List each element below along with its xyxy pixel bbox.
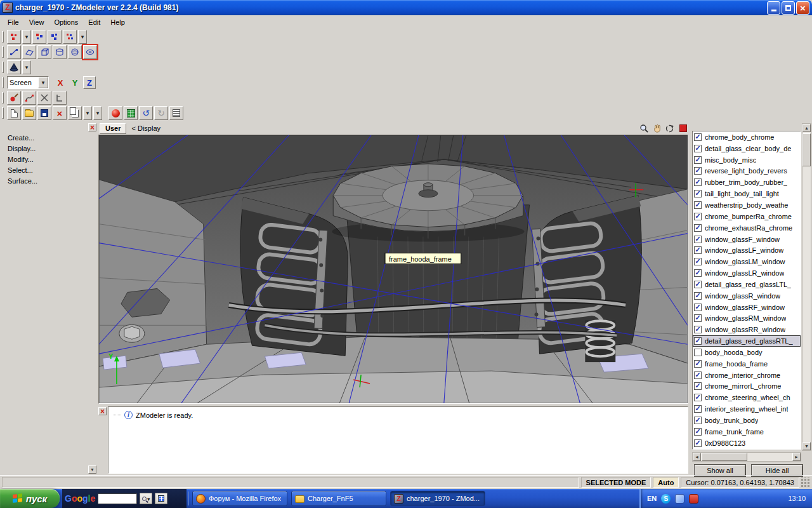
menu-item-edit[interactable]: Edit: [83, 17, 105, 27]
viewport-tab-user[interactable]: User: [100, 123, 126, 134]
material-row[interactable]: 0xD988C123: [693, 438, 801, 449]
material-row[interactable]: detail_glass_red_glassRTL_: [693, 335, 801, 347]
viewport-breadcrumb[interactable]: < Display: [129, 124, 160, 132]
scroll-down-button[interactable]: [802, 442, 811, 450]
material-row[interactable]: detail_glass_red_glassLTL_: [693, 279, 801, 290]
material-row[interactable]: window_glassR_window: [693, 290, 801, 302]
material-checkbox[interactable]: [694, 145, 702, 152]
material-row[interactable]: window_glassF_window: [693, 234, 801, 245]
vscroll-thumb[interactable]: [802, 133, 811, 166]
curve-tool-button[interactable]: [22, 91, 36, 105]
create-cone-button[interactable]: [7, 60, 21, 74]
menu-item-view[interactable]: View: [24, 17, 49, 27]
toolbar-grip[interactable]: [2, 62, 4, 73]
material-row[interactable]: detail_glass_clear_body_de: [693, 143, 801, 154]
material-row[interactable]: misc_body_misc: [693, 154, 801, 166]
open-file-button[interactable]: [22, 106, 36, 120]
material-checkbox[interactable]: [694, 269, 702, 277]
material-row[interactable]: window_glassLR_window: [693, 267, 801, 279]
material-checkbox[interactable]: [694, 167, 702, 175]
maximize-button[interactable]: [782, 1, 795, 15]
material-checkbox[interactable]: [694, 292, 702, 300]
create-box-button[interactable]: [37, 45, 51, 59]
combo-dropdown-icon[interactable]: [38, 77, 48, 88]
material-checkbox[interactable]: [694, 224, 702, 232]
create-cylinder-button[interactable]: [53, 45, 67, 59]
paint-tool-button[interactable]: [7, 91, 21, 105]
command-select[interactable]: Select...: [0, 164, 85, 175]
menu-item-help[interactable]: Help: [105, 17, 130, 27]
material-row[interactable]: interior_steering_wheel_int: [693, 403, 801, 415]
select-objects-button[interactable]: [7, 30, 21, 44]
material-row[interactable]: chrome_body_chrome: [693, 131, 801, 143]
scroll-left-button[interactable]: [693, 453, 701, 461]
messenger-icon[interactable]: [675, 494, 684, 504]
material-checkbox[interactable]: [694, 382, 702, 390]
material-row[interactable]: tail_light_body_tail_light: [693, 188, 801, 199]
google-search-input[interactable]: [98, 493, 137, 504]
antivirus-icon[interactable]: [689, 494, 698, 504]
axis-y-button[interactable]: Y: [69, 76, 81, 89]
material-row[interactable]: chrome_interior_chrome: [693, 370, 801, 381]
delete-button[interactable]: [53, 106, 67, 120]
material-row[interactable]: chrome_exhaustRa_chrome: [693, 222, 801, 234]
material-row[interactable]: frame_hooda_frame: [693, 358, 801, 370]
skype-icon[interactable]: [661, 494, 671, 504]
panel-scroll-down-button[interactable]: [88, 465, 96, 474]
materials-hscrollbar[interactable]: [692, 452, 801, 462]
material-row[interactable]: weatherstrip_body_weathe: [693, 199, 801, 211]
clock[interactable]: 13:10: [788, 495, 806, 502]
import-dropdown[interactable]: [83, 106, 92, 120]
resize-grip[interactable]: [801, 477, 810, 488]
material-checkbox[interactable]: [694, 178, 702, 186]
material-row[interactable]: window_glassLM_window: [693, 256, 801, 267]
language-indicator[interactable]: EN: [647, 495, 657, 502]
taskbar-task-zmodeler[interactable]: charger_1970 - ZMod...: [390, 491, 485, 506]
texture-browser-button[interactable]: [124, 106, 138, 120]
material-row[interactable]: window_glassRF_window: [693, 302, 801, 313]
command-modify[interactable]: Modify...: [0, 154, 85, 164]
create-plane-button[interactable]: [22, 45, 36, 59]
axis-x-button[interactable]: X: [54, 76, 67, 89]
selection-mode-dropdown[interactable]: [78, 30, 87, 44]
view-space-combobox[interactable]: Screen: [7, 76, 49, 89]
material-checkbox[interactable]: [694, 439, 702, 447]
material-checkbox[interactable]: [694, 349, 702, 356]
material-checkbox[interactable]: [694, 190, 702, 197]
google-search-button[interactable]: [140, 493, 152, 504]
close-button[interactable]: [796, 1, 809, 15]
new-file-button[interactable]: [7, 106, 21, 120]
material-checkbox[interactable]: [694, 281, 702, 288]
material-row[interactable]: body_trunk_body: [693, 415, 801, 426]
material-row[interactable]: chrome_mirrorL_chrome: [693, 381, 801, 392]
material-editor-button[interactable]: [108, 106, 122, 120]
materials-vscrollbar[interactable]: [802, 123, 811, 451]
notes-button[interactable]: [169, 106, 183, 120]
toolbar-grip[interactable]: [2, 107, 4, 119]
material-checkbox[interactable]: [694, 326, 702, 333]
select-edges-button[interactable]: [48, 30, 62, 44]
material-checkbox[interactable]: [694, 246, 702, 254]
material-checkbox[interactable]: [694, 360, 702, 368]
create-sphere-button[interactable]: [68, 45, 82, 59]
menu-item-options[interactable]: Options: [49, 17, 83, 27]
detach-tool-button[interactable]: [37, 91, 51, 105]
material-row[interactable]: body_hooda_body: [693, 347, 801, 358]
zoom-button[interactable]: [639, 123, 650, 134]
minimize-button[interactable]: [767, 1, 780, 15]
select-objects-dropdown[interactable]: [22, 30, 31, 44]
toolbar-grip[interactable]: [2, 77, 4, 88]
start-button[interactable]: пуск: [0, 489, 60, 508]
material-checkbox[interactable]: [694, 133, 702, 141]
material-checkbox[interactable]: [694, 371, 702, 379]
cone-dropdown[interactable]: [22, 60, 31, 74]
close-message-button[interactable]: [98, 407, 107, 415]
material-checkbox[interactable]: [694, 314, 702, 322]
import-button[interactable]: [68, 106, 82, 120]
material-checkbox[interactable]: [694, 156, 702, 164]
material-checkbox[interactable]: [694, 337, 702, 345]
material-checkbox[interactable]: [694, 236, 702, 243]
title-bar[interactable]: charger_1970 - ZModeler ver 2.2.4 (Build…: [0, 0, 812, 15]
material-row[interactable]: window_glassRM_window: [693, 313, 801, 324]
material-checkbox[interactable]: [694, 304, 702, 311]
